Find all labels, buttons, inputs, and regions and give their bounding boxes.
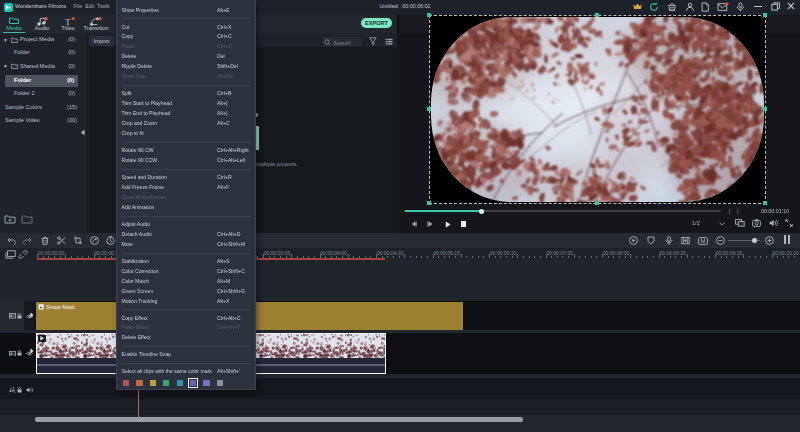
svg-text:M: M: [700, 238, 705, 244]
svg-text:1: 1: [13, 352, 15, 356]
svg-text:Shape Mask: Shape Mask: [46, 304, 75, 310]
svg-text:1: 1: [13, 389, 15, 392]
svg-text:Search: Search: [333, 39, 351, 45]
svg-text:2: 2: [13, 314, 15, 318]
